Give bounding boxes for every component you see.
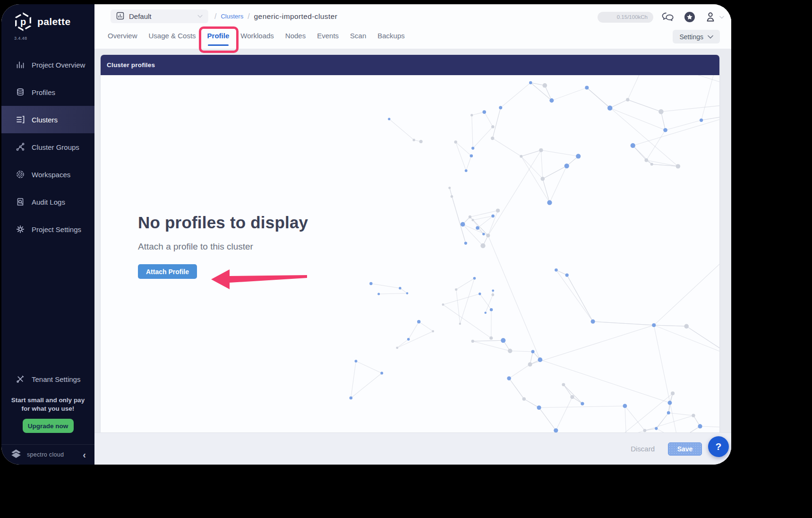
cluster-list-icon <box>16 115 25 124</box>
sidebar-item-label: Audit Logs <box>32 198 65 206</box>
main-area: Default / Clusters / generic-imported-cl… <box>94 4 731 465</box>
attach-profile-button[interactable]: Attach Profile <box>138 264 197 279</box>
panel-header: Cluster profiles <box>101 55 719 75</box>
sidebar-item-label: Tenant Settings <box>32 375 80 383</box>
sidebar-item-workspaces[interactable]: Workspaces <box>1 161 94 188</box>
svg-text:p: p <box>20 17 26 27</box>
help-button[interactable]: ? <box>708 436 729 457</box>
user-account-menu[interactable] <box>704 10 724 24</box>
annotation-arrow <box>211 269 308 290</box>
user-icon <box>704 10 717 24</box>
spectro-cloud-brand: spectro cloud <box>27 451 78 458</box>
save-button[interactable]: Save <box>668 442 702 456</box>
breadcrumb-separator: / <box>248 12 249 21</box>
sidebar-item-audit-logs[interactable]: Audit Logs <box>1 188 94 216</box>
sidebar-item-project-settings[interactable]: Project Settings <box>1 216 94 243</box>
promo-text: Start small and only pay for what you us… <box>1 396 94 413</box>
panel-body: No profiles to display Attach a profile … <box>101 75 719 432</box>
sidebar-item-label: Project Overview <box>32 61 85 69</box>
node-graph-icon <box>16 142 25 152</box>
palette-logo-text: palette <box>37 16 71 27</box>
palette-logo-icon: p <box>13 12 33 32</box>
sidebar-item-project-overview[interactable]: Project Overview <box>1 51 94 78</box>
tab-events[interactable]: Events <box>317 32 339 40</box>
tab-nodes[interactable]: Nodes <box>285 32 306 40</box>
cluster-profiles-panel: Cluster profiles No profiles to display … <box>101 55 719 432</box>
breadcrumb-link-clusters[interactable]: Clusters <box>221 13 243 20</box>
spectro-cloud-logo-icon <box>10 448 22 462</box>
upgrade-now-button[interactable]: Upgrade now <box>23 419 74 433</box>
sidebar-item-tenant-settings[interactable]: Tenant Settings <box>1 369 94 389</box>
tab-backups[interactable]: Backups <box>377 32 405 40</box>
breadcrumb: / Clusters / generic-imported-cluster <box>214 9 337 23</box>
sidebar-item-clusters[interactable]: Clusters <box>1 106 94 133</box>
active-tab-underline <box>208 44 229 46</box>
settings-button-label: Settings <box>679 33 703 41</box>
sidebar-item-cluster-groups[interactable]: Cluster Groups <box>1 133 94 161</box>
sidebar-item-label: Workspaces <box>32 171 70 179</box>
chat-icon[interactable] <box>661 11 675 23</box>
empty-state-subtitle: Attach a profile to this cluster <box>138 242 431 252</box>
chevron-down-icon <box>197 15 203 18</box>
tools-icon <box>16 374 25 384</box>
tab-scan[interactable]: Scan <box>350 32 366 40</box>
project-selector[interactable]: Default <box>111 9 208 23</box>
tab-workloads[interactable]: Workloads <box>240 32 274 40</box>
usage-badge: 0.15/100kCh <box>598 12 653 23</box>
layers-icon <box>16 87 25 97</box>
content-area: Cluster profiles No profiles to display … <box>94 49 731 465</box>
doc-search-icon <box>16 197 25 207</box>
breadcrumb-current: generic-imported-cluster <box>254 12 338 21</box>
promo-line-1: Start small and only pay <box>1 396 94 405</box>
topbar: Default / Clusters / generic-imported-cl… <box>94 4 731 49</box>
project-scope-icon <box>116 12 124 21</box>
sidebar-nav: Project Overview Profiles <box>1 51 94 243</box>
chevron-down-icon <box>719 16 724 19</box>
tab-bar: Overview Usage & Costs Profile Workloads… <box>108 32 405 40</box>
project-selector-value: Default <box>129 12 152 20</box>
gear-icon <box>16 224 25 234</box>
breadcrumb-separator: / <box>214 12 216 21</box>
sidebar-item-profiles[interactable]: Profiles <box>1 78 94 106</box>
tab-usage-costs[interactable]: Usage & Costs <box>149 32 196 40</box>
sidebar: p palette 3.4.48 Project Overview <box>1 4 94 465</box>
promo-line-2: for what you use! <box>1 405 94 413</box>
tab-profile-label: Profile <box>207 32 230 40</box>
sidebar-item-label: Clusters <box>32 116 58 124</box>
app-version: 3.4.48 <box>1 32 94 41</box>
logo-row: p palette <box>1 4 94 32</box>
sidebar-collapse-chevron[interactable]: ‹ <box>83 450 86 459</box>
sidebar-item-label: Project Settings <box>32 225 81 233</box>
bar-chart-icon <box>16 60 25 69</box>
empty-state-title: No profiles to display <box>138 213 431 232</box>
sidebar-item-label: Profiles <box>32 88 55 96</box>
tab-profile[interactable]: Profile <box>207 32 230 40</box>
topbar-actions: 0.15/100kCh <box>598 10 724 24</box>
settings-button[interactable]: Settings <box>673 30 720 43</box>
tab-overview[interactable]: Overview <box>108 32 137 40</box>
discard-button[interactable]: Discard <box>631 445 655 453</box>
chevron-down-icon <box>708 35 713 39</box>
sidebar-item-label: Cluster Groups <box>32 143 79 151</box>
orbit-icon <box>16 170 25 179</box>
sidebar-spacer <box>1 243 94 369</box>
app-window: p palette 3.4.48 Project Overview <box>1 4 731 465</box>
action-footer: Discard Save ? <box>94 432 731 465</box>
star-badge-icon[interactable] <box>683 10 697 24</box>
sidebar-footer: spectro cloud ‹ <box>1 444 94 465</box>
